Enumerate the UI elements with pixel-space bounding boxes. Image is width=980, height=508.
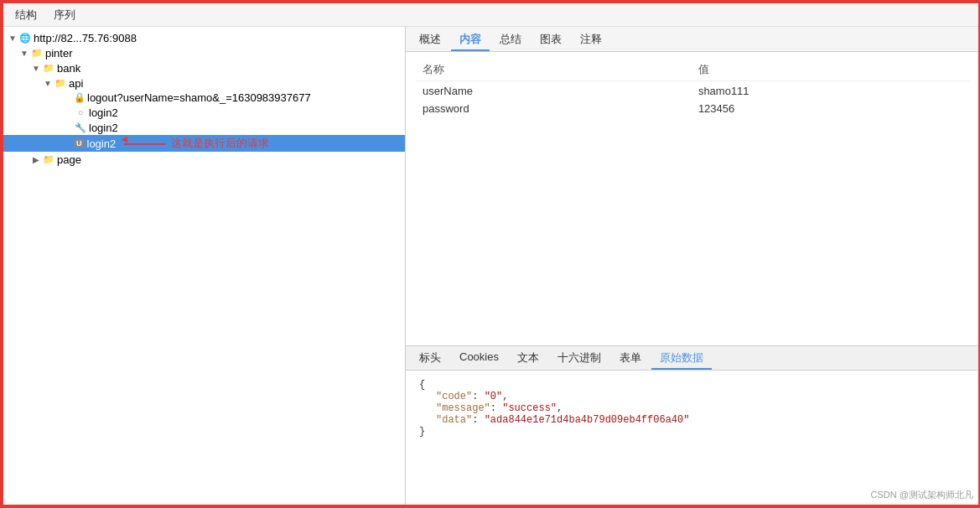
tree-toggle-api[interactable]: ▼ (42, 79, 54, 88)
tree-root[interactable]: ▼ 🌐 http://82...75.76:9088 (3, 30, 405, 45)
json-line-code: "code": "0", (436, 391, 508, 402)
col-header-value: 值 (692, 59, 970, 81)
tree-item-logout[interactable]: 🔒 logout?userName=shamo&_=1630983937677 (3, 91, 405, 105)
login2-1-label: login2 (89, 106, 118, 119)
tab-content[interactable]: 内容 (451, 29, 490, 51)
top-toolbar: 结构 序列 (3, 3, 980, 27)
login2-3-label: login2 (87, 137, 117, 150)
logout-label: logout?userName=shamo&_=1630983937677 (87, 91, 311, 104)
btab-form[interactable]: 表单 (611, 348, 650, 370)
folder-icon-api: 📁 (54, 76, 67, 90)
page-label: page (57, 153, 81, 166)
watermark: CSDN @测试架构师北凡 (871, 489, 973, 501)
bottom-tabs: 标头 Cookies 文本 十六进制 表单 原始数据 (406, 346, 980, 371)
btab-cookies[interactable]: Cookies (451, 348, 507, 370)
tree-item-login2-1[interactable]: ○ login2 (3, 105, 405, 120)
param-name-password: password (416, 101, 692, 117)
tree-toggle-page[interactable]: ▶ (30, 155, 42, 164)
tree-toggle-root[interactable]: ▼ (7, 34, 18, 43)
json-close-brace: } (419, 426, 425, 438)
tree-item-login2-3[interactable]: U login2 ◄ 这就是执行后的请求 (3, 135, 405, 152)
tree-item-api[interactable]: ▼ 📁 api (3, 75, 405, 91)
btab-text[interactable]: 文本 (509, 348, 547, 370)
folder-icon-page: 📁 (42, 153, 55, 166)
btab-headers[interactable]: 标头 (411, 348, 449, 370)
folder-icon-bank: 📁 (42, 61, 55, 75)
tree-item-pinter[interactable]: ▼ 📁 pinter (3, 45, 405, 60)
lock-icon: 🔒 (74, 92, 86, 103)
normal-icon: ○ (74, 106, 87, 119)
param-value-password: 123456 (692, 101, 970, 117)
tab-notes[interactable]: 注释 (572, 29, 610, 51)
btab-hex[interactable]: 十六进制 (549, 348, 609, 370)
json-line-data: "data": "ada844e1e71d4ba4b79d09eb4ff06a4… (436, 414, 689, 426)
left-panel: ▼ 🌐 http://82...75.76:9088 ▼ 📁 pinter ▼ … (3, 27, 406, 505)
login2-2-label: login2 (89, 122, 118, 134)
tree-toggle-bank[interactable]: ▼ (30, 64, 42, 73)
param-row-username: userName shamo111 (416, 81, 970, 101)
param-row-password: password 123456 (416, 101, 970, 117)
tree-item-bank[interactable]: ▼ 📁 bank (3, 60, 405, 75)
left-tab-structure[interactable]: 结构 (8, 6, 44, 24)
api-label: api (69, 77, 83, 90)
annotation-text: 这就是执行后的请求 (171, 136, 269, 151)
tree-item-login2-2[interactable]: 🔧 login2 (3, 120, 405, 135)
json-open-brace: { (419, 379, 425, 391)
pinter-label: pinter (45, 47, 73, 60)
content-area: 名称 值 userName shamo111 password 123456 (406, 52, 980, 345)
params-table: 名称 值 userName shamo111 password 123456 (416, 59, 970, 117)
tree-toggle-pinter[interactable]: ▼ (18, 49, 30, 58)
globe-icon: 🌐 (18, 31, 32, 44)
json-viewer: { "code": "0", "message": "success", "da… (406, 371, 980, 505)
param-value-username: shamo111 (692, 81, 970, 101)
bottom-section: 标头 Cookies 文本 十六进制 表单 原始数据 { "code": "0"… (406, 345, 980, 505)
folder-icon-pinter: 📁 (30, 46, 44, 60)
param-name-username: userName (416, 81, 692, 101)
main-layout: ▼ 🌐 http://82...75.76:9088 ▼ 📁 pinter ▼ … (3, 27, 980, 505)
tab-chart[interactable]: 图表 (531, 29, 570, 51)
col-header-name: 名称 (416, 59, 692, 81)
tab-overview[interactable]: 概述 (411, 29, 449, 51)
root-label: http://82...75.76:9088 (34, 32, 137, 44)
arrow-annotation: ◄ 这就是执行后的请求 (124, 136, 269, 151)
tree-container: ▼ 🌐 http://82...75.76:9088 ▼ 📁 pinter ▼ … (3, 27, 405, 505)
left-tab-sequence[interactable]: 序列 (47, 6, 82, 24)
right-top-tabs: 概述 内容 总结 图表 注释 (406, 27, 980, 52)
json-line-message: "message": "success", (436, 402, 563, 414)
bank-label: bank (57, 62, 80, 75)
right-panel: 概述 内容 总结 图表 注释 名称 值 use (406, 27, 980, 505)
tab-summary[interactable]: 总结 (491, 29, 530, 51)
btab-raw[interactable]: 原始数据 (651, 348, 712, 370)
wrench-icon: 🔧 (74, 121, 87, 134)
tree-item-page[interactable]: ▶ 📁 page (3, 152, 405, 167)
u-badge: U (74, 139, 85, 148)
